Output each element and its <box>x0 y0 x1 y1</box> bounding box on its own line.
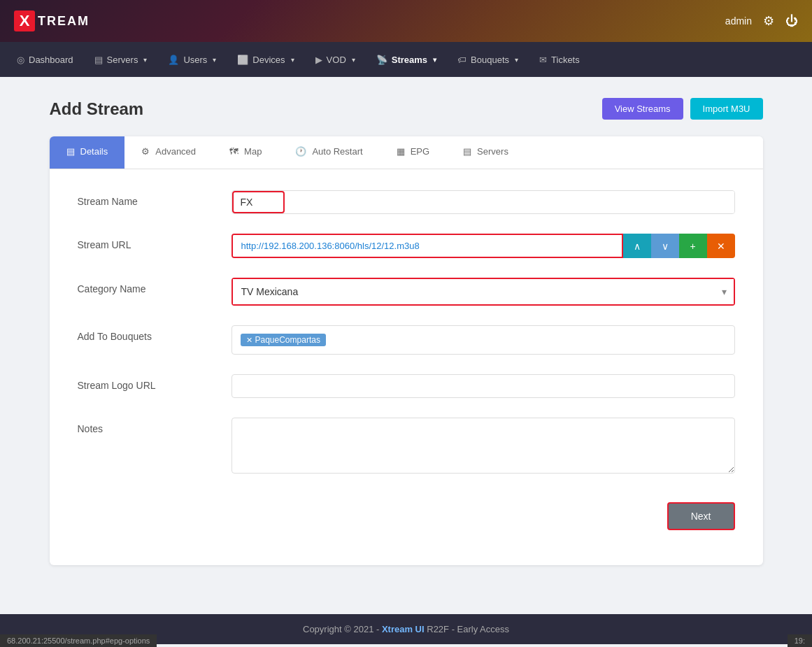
notes-textarea[interactable] <box>232 418 735 474</box>
stream-logo-url-row: Stream Logo URL <box>78 374 735 398</box>
nav-label-users: Users <box>183 55 207 65</box>
page-content: Add Stream View Streams Import M3U ▤ Det… <box>22 77 791 586</box>
tab-servers[interactable]: ▤ Servers <box>446 136 525 169</box>
url-up-button[interactable]: ∧ <box>623 234 651 258</box>
streams-caret-icon: ▾ <box>433 56 436 64</box>
stream-name-input[interactable] <box>232 191 734 213</box>
sidebar-item-users[interactable]: 👤 Users ▾ <box>158 49 226 71</box>
nav-label-streams: Streams <box>392 55 427 65</box>
admin-label: admin <box>725 15 752 27</box>
tabs: ▤ Details ⚙ Advanced 🗺 Map 🕐 Auto Restar… <box>50 136 763 169</box>
notes-wrap <box>232 418 735 476</box>
power-icon[interactable]: ⏻ <box>785 14 798 29</box>
stream-logo-url-wrap <box>232 374 735 398</box>
auto-restart-tab-icon: 🕐 <box>295 146 306 157</box>
tab-advanced[interactable]: ⚙ Advanced <box>124 136 213 169</box>
nav-label-servers: Servers <box>107 55 138 65</box>
nav-label-devices: Devices <box>252 55 285 65</box>
topbar: X TREAM admin ⚙ ⏻ <box>0 0 812 42</box>
vod-caret-icon: ▾ <box>352 56 355 64</box>
stream-name-label: Stream Name <box>78 190 232 207</box>
advanced-tab-icon: ⚙ <box>141 146 150 157</box>
notes-row: Notes <box>78 418 735 476</box>
devices-icon: ⬜ <box>237 55 248 65</box>
bouquets-wrap: ✕ PaqueCompartas <box>232 325 735 355</box>
stream-name-wrap <box>232 190 735 214</box>
stream-url-row: Stream URL ∧ ∨ + ✕ <box>78 234 735 258</box>
tab-advanced-label: Advanced <box>155 146 196 157</box>
status-bar-url: 68.200.21:25500/stream.php#epg-options <box>7 637 150 645</box>
bouquets-caret-icon: ▾ <box>515 56 518 64</box>
sidebar-item-servers[interactable]: ▤ Servers ▾ <box>85 49 157 71</box>
map-tab-icon: 🗺 <box>229 146 238 157</box>
nav-label-bouquets: Bouquets <box>471 55 509 65</box>
form-card: ▤ Details ⚙ Advanced 🗺 Map 🕐 Auto Restar… <box>50 136 763 565</box>
stream-logo-url-input[interactable] <box>232 374 735 398</box>
form-body: Stream Name Stream URL <box>50 169 763 565</box>
tab-map-label: Map <box>244 146 262 157</box>
url-down-button[interactable]: ∨ <box>651 234 679 258</box>
url-remove-button[interactable]: ✕ <box>707 234 735 258</box>
devices-caret-icon: ▾ <box>291 56 294 64</box>
page-header: Add Stream View Streams Import M3U <box>50 98 763 120</box>
stream-name-row: Stream Name <box>78 190 735 214</box>
tab-epg[interactable]: ▦ EPG <box>380 136 446 169</box>
add-to-bouquets-label: Add To Bouquets <box>78 325 232 342</box>
servers-caret-icon: ▾ <box>143 56 147 64</box>
time-display: 19: <box>795 637 805 645</box>
sidebar-item-devices[interactable]: ⬜ Devices ▾ <box>227 49 304 71</box>
footer-brand: Xtream UI <box>382 624 425 634</box>
stream-url-wrap: ∧ ∨ + ✕ <box>232 234 735 258</box>
bouquet-tag-label: PaqueCompartas <box>255 335 320 345</box>
import-m3u-button[interactable]: Import M3U <box>690 98 763 120</box>
notes-label: Notes <box>78 418 232 434</box>
settings-icon[interactable]: ⚙ <box>763 13 774 29</box>
tab-servers-label: Servers <box>477 146 508 157</box>
tab-details[interactable]: ▤ Details <box>50 136 125 169</box>
time-bar: 19: <box>788 634 812 647</box>
users-caret-icon: ▾ <box>213 56 216 64</box>
page-title: Add Stream <box>50 99 144 119</box>
tab-details-label: Details <box>80 146 108 157</box>
bouquets-icon: 🏷 <box>457 55 466 65</box>
footer-text: Copyright © 2021 - <box>303 624 382 634</box>
category-select[interactable]: TV Mexicana <box>233 279 734 304</box>
status-bar: 68.200.21:25500/stream.php#epg-options <box>0 634 157 647</box>
tickets-icon: ✉ <box>539 55 547 65</box>
next-button[interactable]: Next <box>667 502 735 530</box>
sidebar-item-dashboard[interactable]: ◎ Dashboard <box>7 49 83 71</box>
tab-map[interactable]: 🗺 Map <box>213 136 278 169</box>
tab-auto-restart-label: Auto Restart <box>312 146 362 157</box>
url-add-button[interactable]: + <box>679 234 707 258</box>
form-footer: Next <box>78 495 735 544</box>
category-name-wrap: TV Mexicana ▾ <box>232 278 735 306</box>
tab-auto-restart[interactable]: 🕐 Auto Restart <box>278 136 379 169</box>
category-name-row: Category Name TV Mexicana ▾ <box>78 278 735 306</box>
stream-url-label: Stream URL <box>78 234 232 250</box>
sidebar-item-bouquets[interactable]: 🏷 Bouquets ▾ <box>448 49 528 71</box>
category-name-label: Category Name <box>78 278 232 294</box>
stream-url-input[interactable] <box>233 235 622 257</box>
topbar-right: admin ⚙ ⏻ <box>725 13 798 29</box>
dashboard-icon: ◎ <box>17 55 24 65</box>
sidebar-item-tickets[interactable]: ✉ Tickets <box>529 49 590 71</box>
url-input-wrap <box>232 234 623 258</box>
details-tab-icon: ▤ <box>66 146 75 157</box>
users-icon: 👤 <box>168 55 179 65</box>
streams-dropdown-indicator <box>400 71 413 77</box>
bouquet-tag-x-icon[interactable]: ✕ <box>246 336 252 345</box>
nav-label-dashboard: Dashboard <box>29 55 73 65</box>
url-btn-group: ∧ ∨ + ✕ <box>623 234 735 258</box>
footer-version: R22F - Early Access <box>425 624 509 634</box>
vod-icon: ▶ <box>315 55 322 65</box>
navbar: ◎ Dashboard ▤ Servers ▾ 👤 Users ▾ ⬜ Devi… <box>0 42 812 77</box>
header-buttons: View Streams Import M3U <box>602 98 763 120</box>
sidebar-item-streams[interactable]: 📡 Streams ▾ <box>366 49 446 71</box>
nav-label-tickets: Tickets <box>551 55 580 65</box>
url-row: ∧ ∨ + ✕ <box>232 234 735 258</box>
view-streams-button[interactable]: View Streams <box>602 98 683 120</box>
bouquets-input[interactable]: ✕ PaqueCompartas <box>232 325 735 355</box>
tab-epg-label: EPG <box>411 146 429 157</box>
nav-label-vod: VOD <box>327 55 346 65</box>
sidebar-item-vod[interactable]: ▶ VOD ▾ <box>306 49 365 71</box>
